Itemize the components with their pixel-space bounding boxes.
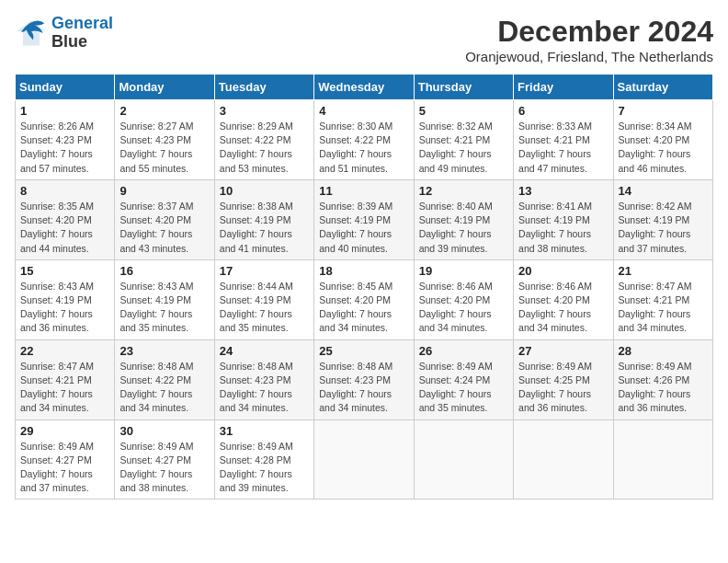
calendar-week-row: 29Sunrise: 8:49 AMSunset: 4:27 PMDayligh… (16, 419, 713, 500)
day-number: 21 (619, 264, 708, 278)
day-info: Sunrise: 8:49 AMSunset: 4:27 PMDaylight:… (20, 440, 109, 496)
day-number: 16 (119, 264, 209, 278)
calendar-day-cell: 16Sunrise: 8:43 AMSunset: 4:19 PMDayligh… (115, 259, 214, 339)
calendar-day-cell: 17Sunrise: 8:44 AMSunset: 4:19 PMDayligh… (214, 259, 313, 339)
day-number: 3 (220, 104, 309, 118)
day-number: 12 (419, 184, 508, 198)
calendar-day-cell: 29Sunrise: 8:49 AMSunset: 4:27 PMDayligh… (16, 419, 115, 500)
day-info: Sunrise: 8:49 AMSunset: 4:24 PMDaylight:… (419, 360, 508, 416)
day-number: 22 (20, 344, 109, 358)
day-of-week-header: Sunday (16, 75, 115, 100)
calendar-day-cell (314, 419, 414, 500)
calendar-day-cell: 11Sunrise: 8:39 AMSunset: 4:19 PMDayligh… (314, 179, 414, 259)
day-number: 8 (20, 184, 109, 198)
calendar-week-row: 1Sunrise: 8:26 AMSunset: 4:23 PMDaylight… (16, 100, 713, 180)
calendar-day-cell: 27Sunrise: 8:49 AMSunset: 4:25 PMDayligh… (514, 339, 613, 419)
day-info: Sunrise: 8:37 AMSunset: 4:20 PMDaylight:… (119, 200, 209, 256)
day-info: Sunrise: 8:39 AMSunset: 4:19 PMDaylight:… (319, 200, 408, 256)
day-number: 27 (518, 344, 608, 358)
location-subtitle: Oranjewoud, Friesland, The Netherlands (465, 49, 713, 64)
calendar-day-cell: 4Sunrise: 8:30 AMSunset: 4:22 PMDaylight… (314, 100, 414, 180)
calendar-day-cell: 14Sunrise: 8:42 AMSunset: 4:19 PMDayligh… (613, 179, 712, 259)
logo-line1: General (51, 14, 113, 32)
day-info: Sunrise: 8:27 AMSunset: 4:23 PMDaylight:… (119, 120, 209, 176)
calendar-day-cell: 6Sunrise: 8:33 AMSunset: 4:21 PMDaylight… (514, 100, 613, 180)
day-number: 25 (319, 344, 408, 358)
day-number: 19 (419, 264, 508, 278)
calendar-day-cell (613, 419, 712, 500)
day-number: 14 (619, 184, 708, 198)
day-number: 6 (518, 104, 608, 118)
title-block: December 2024 Oranjewoud, Friesland, The… (465, 15, 713, 64)
day-of-week-header: Monday (115, 75, 214, 100)
day-number: 9 (119, 184, 209, 198)
day-info: Sunrise: 8:44 AMSunset: 4:19 PMDaylight:… (220, 280, 309, 336)
day-of-week-header: Friday (514, 75, 613, 100)
calendar-day-cell: 31Sunrise: 8:49 AMSunset: 4:28 PMDayligh… (214, 419, 313, 500)
day-info: Sunrise: 8:49 AMSunset: 4:26 PMDaylight:… (619, 360, 708, 416)
day-info: Sunrise: 8:49 AMSunset: 4:28 PMDaylight:… (220, 440, 309, 496)
calendar-week-row: 15Sunrise: 8:43 AMSunset: 4:19 PMDayligh… (16, 259, 713, 339)
day-of-week-header: Thursday (414, 75, 513, 100)
calendar-day-cell: 24Sunrise: 8:48 AMSunset: 4:23 PMDayligh… (214, 339, 313, 419)
day-number: 31 (220, 424, 309, 438)
calendar-week-row: 8Sunrise: 8:35 AMSunset: 4:20 PMDaylight… (16, 179, 713, 259)
logo-line2: Blue (51, 33, 113, 52)
day-info: Sunrise: 8:33 AMSunset: 4:21 PMDaylight:… (518, 120, 608, 176)
calendar-week-row: 22Sunrise: 8:47 AMSunset: 4:21 PMDayligh… (16, 339, 713, 419)
day-info: Sunrise: 8:26 AMSunset: 4:23 PMDaylight:… (20, 120, 109, 176)
day-info: Sunrise: 8:40 AMSunset: 4:19 PMDaylight:… (419, 200, 508, 256)
calendar-table: SundayMondayTuesdayWednesdayThursdayFrid… (15, 74, 713, 500)
day-number: 30 (119, 424, 209, 438)
day-info: Sunrise: 8:49 AMSunset: 4:25 PMDaylight:… (518, 360, 608, 416)
day-number: 7 (619, 104, 708, 118)
calendar-day-cell: 26Sunrise: 8:49 AMSunset: 4:24 PMDayligh… (414, 339, 513, 419)
calendar-day-cell: 12Sunrise: 8:40 AMSunset: 4:19 PMDayligh… (414, 179, 513, 259)
day-number: 18 (319, 264, 408, 278)
calendar-day-cell: 21Sunrise: 8:47 AMSunset: 4:21 PMDayligh… (613, 259, 712, 339)
day-of-week-header: Wednesday (314, 75, 414, 100)
day-info: Sunrise: 8:45 AMSunset: 4:20 PMDaylight:… (319, 280, 408, 336)
day-number: 28 (619, 344, 708, 358)
day-number: 4 (319, 104, 408, 118)
calendar-day-cell: 8Sunrise: 8:35 AMSunset: 4:20 PMDaylight… (16, 179, 115, 259)
calendar-day-cell: 19Sunrise: 8:46 AMSunset: 4:20 PMDayligh… (414, 259, 513, 339)
day-number: 15 (20, 264, 109, 278)
day-info: Sunrise: 8:48 AMSunset: 4:22 PMDaylight:… (119, 360, 209, 416)
calendar-day-cell: 5Sunrise: 8:32 AMSunset: 4:21 PMDaylight… (414, 100, 513, 180)
calendar-day-cell (414, 419, 513, 500)
calendar-day-cell: 1Sunrise: 8:26 AMSunset: 4:23 PMDaylight… (16, 100, 115, 180)
day-info: Sunrise: 8:32 AMSunset: 4:21 PMDaylight:… (419, 120, 508, 176)
calendar-day-cell: 25Sunrise: 8:48 AMSunset: 4:23 PMDayligh… (314, 339, 414, 419)
day-info: Sunrise: 8:46 AMSunset: 4:20 PMDaylight:… (518, 280, 608, 336)
calendar-day-cell: 9Sunrise: 8:37 AMSunset: 4:20 PMDaylight… (115, 179, 214, 259)
page-header: General Blue December 2024 Oranjewoud, F… (15, 15, 713, 64)
day-info: Sunrise: 8:41 AMSunset: 4:19 PMDaylight:… (518, 200, 608, 256)
logo: General Blue (15, 15, 113, 52)
calendar-day-cell: 18Sunrise: 8:45 AMSunset: 4:20 PMDayligh… (314, 259, 414, 339)
calendar-day-cell: 13Sunrise: 8:41 AMSunset: 4:19 PMDayligh… (514, 179, 613, 259)
month-year-title: December 2024 (465, 15, 713, 49)
day-number: 10 (220, 184, 309, 198)
logo-text: General Blue (51, 15, 113, 52)
calendar-day-cell: 22Sunrise: 8:47 AMSunset: 4:21 PMDayligh… (16, 339, 115, 419)
calendar-day-cell: 30Sunrise: 8:49 AMSunset: 4:27 PMDayligh… (115, 419, 214, 500)
day-number: 13 (518, 184, 608, 198)
calendar-day-cell: 10Sunrise: 8:38 AMSunset: 4:19 PMDayligh… (214, 179, 313, 259)
day-number: 17 (220, 264, 309, 278)
day-of-week-header: Saturday (613, 75, 712, 100)
day-info: Sunrise: 8:49 AMSunset: 4:27 PMDaylight:… (119, 440, 209, 496)
day-number: 24 (220, 344, 309, 358)
day-info: Sunrise: 8:48 AMSunset: 4:23 PMDaylight:… (319, 360, 408, 416)
day-info: Sunrise: 8:35 AMSunset: 4:20 PMDaylight:… (20, 200, 109, 256)
day-number: 1 (20, 104, 109, 118)
day-info: Sunrise: 8:30 AMSunset: 4:22 PMDaylight:… (319, 120, 408, 176)
day-info: Sunrise: 8:34 AMSunset: 4:20 PMDaylight:… (619, 120, 708, 176)
day-number: 2 (119, 104, 209, 118)
calendar-header-row: SundayMondayTuesdayWednesdayThursdayFrid… (16, 75, 713, 100)
calendar-day-cell: 3Sunrise: 8:29 AMSunset: 4:22 PMDaylight… (214, 100, 313, 180)
day-number: 20 (518, 264, 608, 278)
day-number: 29 (20, 424, 109, 438)
day-info: Sunrise: 8:43 AMSunset: 4:19 PMDaylight:… (119, 280, 209, 336)
day-number: 5 (419, 104, 508, 118)
